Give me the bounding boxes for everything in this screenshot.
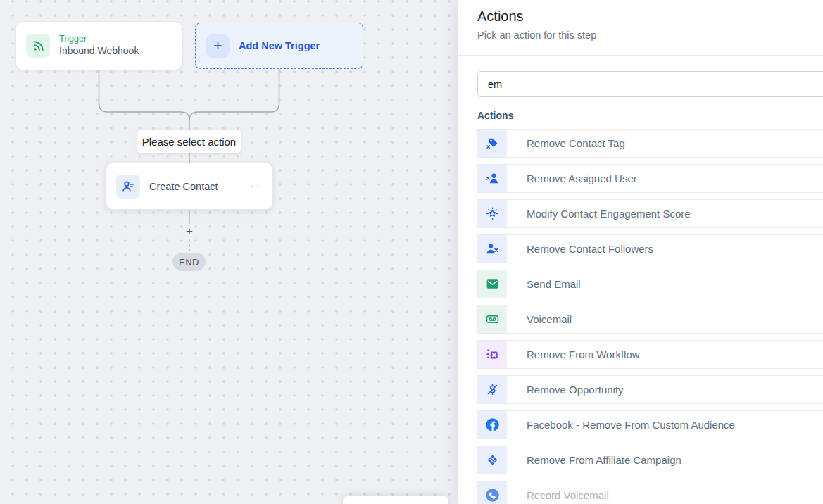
tag-remove-icon: [478, 130, 507, 157]
action-list-item[interactable]: Facebook - Remove From Custom Audience: [477, 410, 823, 439]
add-new-trigger-button[interactable]: + Add New Trigger: [195, 23, 363, 69]
action-item-label: Record Voicemail: [527, 489, 609, 501]
record-voicemail-icon: [478, 481, 507, 504]
action-search-input[interactable]: [477, 71, 823, 97]
create-contact-icon: [116, 175, 140, 199]
trigger-kicker: Trigger: [59, 34, 139, 45]
connector-lines: [0, 0, 458, 504]
action-list-item[interactable]: Remove Contact Tag: [477, 129, 823, 158]
add-step-plus-button[interactable]: +: [182, 225, 196, 239]
add-new-trigger-label: Add New Trigger: [239, 40, 320, 51]
action-list-item[interactable]: Remove From Workflow: [477, 340, 823, 369]
action-list-item[interactable]: Remove Contact Followers: [477, 234, 823, 263]
followers-remove-icon: [478, 235, 507, 263]
affiliate-remove-icon: [478, 446, 507, 474]
action-item-label: Facebook - Remove From Custom Audience: [527, 419, 735, 431]
action-item-label: Remove From Workflow: [527, 348, 640, 360]
workflow-remove-icon: [478, 341, 507, 368]
voicemail-icon: [478, 305, 507, 333]
trigger-title: Inbound Webhook: [59, 45, 139, 58]
action-list-item[interactable]: Record Voicemail: [477, 481, 823, 504]
actions-panel: Actions Pick an action for this step Act…: [458, 0, 823, 504]
node-menu-ellipsis-icon[interactable]: ...: [251, 182, 263, 191]
action-item-label: Voicemail: [527, 313, 572, 325]
actions-section-label: Actions: [477, 110, 823, 121]
action-list-item[interactable]: Remove From Affiliate Campaign: [477, 446, 823, 474]
user-remove-icon: [478, 165, 507, 192]
action-item-label: Remove From Affiliate Campaign: [527, 454, 681, 466]
action-list-item[interactable]: Remove Assigned User: [477, 164, 823, 193]
action-item-label: Modify Contact Engagement Score: [527, 208, 691, 220]
action-item-label: Remove Contact Followers: [527, 243, 653, 255]
panel-subtitle: Pick an action for this step: [477, 30, 823, 41]
facebook-icon: [478, 411, 507, 439]
canvas-bottom-toolbar[interactable]: [343, 496, 448, 504]
end-badge: END: [172, 253, 206, 271]
engagement-score-icon: [478, 200, 507, 227]
action-list-item[interactable]: Modify Contact Engagement Score: [477, 199, 823, 228]
select-action-hint: Please select action: [137, 130, 241, 153]
plus-icon: +: [206, 34, 230, 58]
create-contact-label: Create Contact: [149, 181, 251, 192]
webhook-icon: [26, 34, 50, 58]
actions-panel-header: Actions Pick an action for this step: [458, 0, 823, 56]
action-item-label: Send Email: [527, 278, 581, 290]
action-list-item[interactable]: Voicemail: [477, 305, 823, 334]
action-list-item[interactable]: Send Email: [477, 270, 823, 298]
action-item-label: Remove Assigned User: [527, 172, 637, 184]
action-list: Remove Contact TagRemove Assigned UserMo…: [477, 129, 823, 504]
create-contact-node[interactable]: Create Contact ...: [106, 163, 273, 210]
action-item-label: Remove Opportunity: [527, 384, 624, 396]
panel-title: Actions: [477, 8, 823, 25]
action-list-item[interactable]: Remove Opportunity: [477, 375, 823, 404]
workflow-canvas[interactable]: Trigger Inbound Webhook + Add New Trigge…: [0, 0, 458, 504]
trigger-node[interactable]: Trigger Inbound Webhook: [15, 21, 182, 70]
send-email-icon: [478, 270, 507, 298]
opportunity-remove-icon: [478, 376, 507, 403]
action-item-label: Remove Contact Tag: [527, 137, 625, 149]
